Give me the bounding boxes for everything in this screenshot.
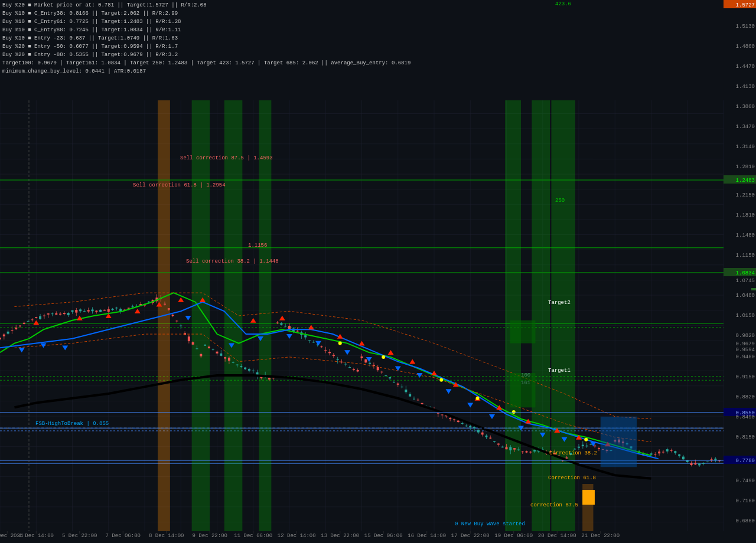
ea-badge: [751, 288, 756, 290]
chart-container: Buy %20 ■ Market price or at: 0.781 || T…: [0, 0, 756, 543]
chart-canvas: [0, 0, 756, 543]
